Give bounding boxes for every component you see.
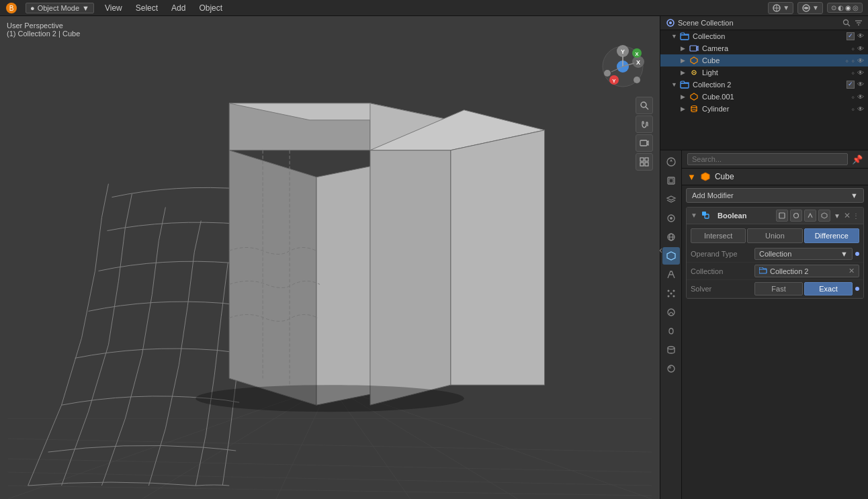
modifier-close-button[interactable]: ✕ [844,211,851,220]
operand-type-keyframe-dot[interactable] [855,252,859,256]
light-visibility-icon[interactable]: 👁 [857,69,864,77]
svg-text:X: X [635,51,639,57]
viewport[interactable]: User Perspective (1) Collection 2 | Cube… [0,16,660,499]
svg-rect-27 [640,163,644,166]
tree-arrow-cube001: ▶ [681,93,687,100]
svg-point-21 [641,102,646,107]
collection-visibility-icon[interactable]: 👁 [857,32,864,40]
object-name-bar: ▼ Cube [682,169,868,185]
view-tool-hand[interactable] [636,116,653,133]
prop-icon-material[interactable] [662,360,680,377]
prop-icon-render[interactable] [662,153,680,171]
modifier-extra-menu-icon[interactable]: ⋮ [853,212,859,220]
light-icon [689,68,699,77]
cube-icon-prop [700,171,711,182]
cube-visibility-icon[interactable]: 👁 [857,57,864,64]
collection-right-icons: 👁 [847,32,868,40]
cube001-visibility-icon[interactable]: 👁 [857,93,864,101]
outliner-item-light[interactable]: ▶ Light ⬦ 👁 [660,66,868,79]
prop-icon-object[interactable] [662,247,680,265]
prop-icon-world[interactable] [662,228,680,246]
collection-picker[interactable]: Collection 2 ✕ [754,265,859,277]
outliner-item-camera[interactable]: ▶ Camera ⬦ 👁 [660,42,868,54]
mode-selector[interactable]: ● Object Mode ▼ [26,3,94,13]
navigation-gizmo[interactable]: Y X Y X [599,43,646,90]
svg-rect-96 [759,269,767,273]
view-tool-magnify[interactable] [636,97,653,114]
overlay-icon[interactable]: ▼ [797,2,823,14]
operand-type-selected: Collection [759,250,791,258]
prop-icon-constraints[interactable] [662,322,680,340]
prop-icon-view-layer[interactable] [662,191,680,208]
collection-check[interactable] [847,32,855,40]
cylinder-filter-icon: ⬦ [851,105,855,113]
svg-point-54 [844,20,849,25]
svg-point-67 [691,106,697,108]
mod-cage-icon[interactable] [818,210,830,222]
outliner-item-cylinder[interactable]: ▶ Cylinder ⬦ 👁 [660,103,868,115]
menu-select[interactable]: Select [133,2,161,14]
outliner-filter-icon[interactable] [855,19,863,27]
prop-icon-physics[interactable] [662,304,680,321]
svg-marker-61 [697,46,698,50]
properties-search-input[interactable] [687,153,848,165]
view-tool-grid[interactable] [636,153,653,171]
collection2-visibility-icon[interactable]: 👁 [857,81,864,89]
object-name-label: Cube [715,172,734,181]
svg-rect-65 [681,83,689,88]
modifier-name: Boolean [718,212,746,220]
prop-icon-output[interactable] [662,172,680,189]
properties-main: 📌 ▼ Cube Add Modifier ▼ [682,150,868,499]
cube-right-icons: ⬦ ⬦ 👁 [845,57,868,64]
light-right-icons: ⬦ 👁 [851,69,868,77]
tree-arrow-cube: ▶ [681,57,687,64]
operand-type-dropdown[interactable]: Collection ▼ [754,248,853,260]
mod-render-icon[interactable] [790,210,802,222]
menu-view[interactable]: View [102,2,125,14]
svg-rect-26 [645,158,648,161]
add-modifier-button[interactable]: Add Modifier ▼ [686,188,864,203]
blender-logo-icon: B [5,2,17,14]
solver-keyframe-dot[interactable] [855,287,859,291]
menu-add[interactable]: Add [169,2,188,14]
prop-icon-modifier[interactable] [662,266,680,283]
op-intersect-button[interactable]: Intersect [691,228,746,243]
collection-field-value: Collection 2 ✕ [754,265,859,277]
outliner-item-cube[interactable]: ▶ Cube ⬦ ⬦ 👁 [660,54,868,66]
svg-point-85 [670,293,672,295]
collection-clear-button[interactable]: ✕ [849,267,855,275]
prop-pin-icon[interactable]: 📌 [852,154,863,165]
collection2-check[interactable] [847,81,855,89]
op-difference-button[interactable]: Difference [804,228,859,243]
outliner-item-cube001[interactable]: ▶ Cube.001 ⬦ 👁 [660,91,868,103]
svg-marker-24 [647,141,648,145]
modifier-collapse-icon[interactable]: ▼ [691,212,699,220]
solver-exact-button[interactable]: Exact [804,282,853,296]
menu-object[interactable]: Object [196,2,225,14]
shading-icons[interactable]: ⊙ ◐ ◉ ◎ [827,3,863,13]
light-label: Light [702,69,851,77]
prop-icon-particles[interactable] [662,285,680,302]
panel-collapse-button[interactable]: ‹ [659,244,662,255]
cylinder-visibility-icon[interactable]: 👁 [857,105,864,113]
properties-container: 📌 ▼ Cube Add Modifier ▼ [660,150,868,499]
cube-filter2-icon: ⬦ [851,57,855,64]
mod-editmode-icon[interactable] [804,210,816,222]
cube-filter1-icon: ⬦ [845,57,849,64]
solver-fast-button[interactable]: Fast [754,282,803,296]
camera-label: Camera [702,44,851,52]
mod-dropdown-icon[interactable]: ▼ [832,211,842,221]
svg-rect-59 [681,35,689,40]
viewport-gizmo-icon[interactable]: ▼ [768,2,793,14]
op-union-button[interactable]: Union [747,228,802,243]
mod-realtime-icon[interactable] [776,210,788,222]
camera-visibility-icon[interactable]: 👁 [857,45,864,52]
outliner-item-collection2[interactable]: ▼ Collection 2 👁 [660,79,868,91]
view-tool-camera[interactable] [636,134,653,152]
outliner-search-icon[interactable] [842,19,851,27]
prop-icon-scene[interactable] [662,210,680,227]
svg-marker-95 [822,213,827,218]
outliner-item-collection[interactable]: ▼ Collection 👁 [660,30,868,42]
prop-icon-data[interactable] [662,341,680,359]
svg-point-49 [196,385,464,412]
